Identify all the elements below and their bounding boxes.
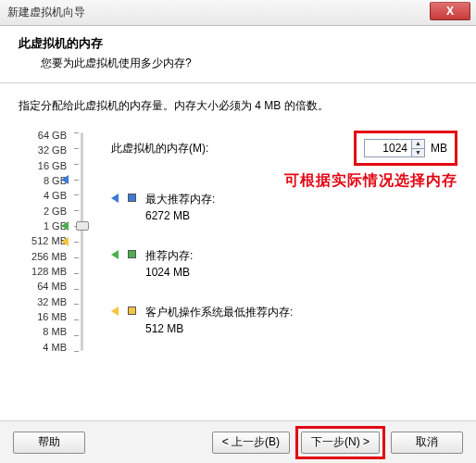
scale-label: 4 MB: [31, 343, 67, 353]
memory-spinner[interactable]: ▲ ▼: [412, 139, 425, 157]
scale-label: 16 MB: [31, 312, 67, 322]
max-recommendation: 最大推荐内存: 6272 MB: [111, 192, 457, 222]
triangle-left-icon: [111, 194, 119, 203]
max-marker-icon: [61, 175, 69, 184]
rec-value: 1024 MB: [145, 266, 193, 279]
square-icon: [128, 307, 136, 315]
square-icon: [128, 194, 136, 202]
triangle-left-icon: [111, 250, 119, 259]
memory-scale: 64 GB32 GB16 GB8 GB4 GB2 GB1 GB512 MB256…: [19, 131, 85, 353]
memory-slider[interactable]: [72, 131, 85, 353]
memory-unit: MB: [431, 142, 447, 155]
title-bar: 新建虚拟机向导 X: [0, 0, 476, 26]
scale-label: 64 MB: [31, 282, 67, 292]
spinner-up-icon[interactable]: ▲: [412, 140, 424, 149]
min-marker-icon: [61, 237, 69, 246]
max-label: 最大推荐内存:: [145, 192, 215, 207]
help-button[interactable]: 帮助: [13, 432, 85, 454]
next-highlight: 下一步(N) >: [295, 426, 385, 459]
wizard-content: 指定分配给此虚拟机的内存量。内存大小必须为 4 MB 的倍数。 64 GB32 …: [0, 83, 476, 444]
instruction-text: 指定分配给此虚拟机的内存量。内存大小必须为 4 MB 的倍数。: [19, 98, 457, 114]
scale-label: 32 GB: [31, 145, 67, 156]
scale-label: 256 MB: [31, 252, 67, 262]
scale-label: 32 MB: [31, 297, 67, 307]
square-icon: [128, 250, 136, 258]
scale-label: 128 MB: [31, 267, 67, 277]
back-button[interactable]: < 上一步(B): [212, 432, 290, 454]
window-title: 新建虚拟机向导: [7, 5, 85, 20]
min-value: 512 MB: [145, 322, 293, 335]
page-title: 此虚拟机的内存: [19, 35, 457, 52]
triangle-left-icon: [111, 307, 119, 316]
memory-input[interactable]: [364, 139, 412, 157]
scale-label: 64 GB: [31, 131, 67, 141]
page-subtitle: 您要为此虚拟机使用多少内存?: [41, 56, 457, 71]
min-recommendation: 客户机操作系统最低推荐内存: 512 MB: [111, 305, 457, 335]
wizard-header: 此虚拟机的内存 您要为此虚拟机使用多少内存?: [0, 26, 476, 83]
scale-label: 8 MB: [31, 327, 67, 337]
rec-recommendation: 推荐内存: 1024 MB: [111, 248, 457, 279]
max-value: 6272 MB: [145, 209, 215, 222]
scale-label: 4 GB: [31, 191, 67, 201]
rec-marker-icon: [61, 221, 69, 231]
annotation-text: 可根据实际情况选择内存: [284, 171, 457, 191]
next-button[interactable]: 下一步(N) >: [301, 432, 380, 454]
wizard-footer: 帮助 < 上一步(B) 下一步(N) > 取消: [0, 420, 476, 463]
memory-input-group: ▲ ▼ MB: [354, 131, 457, 166]
spinner-down-icon[interactable]: ▼: [412, 149, 424, 157]
cancel-button[interactable]: 取消: [391, 432, 463, 454]
close-button[interactable]: X: [430, 2, 470, 20]
min-label: 客户机操作系统最低推荐内存:: [145, 305, 293, 320]
memory-label: 此虚拟机的内存(M):: [111, 141, 208, 156]
scale-label: 2 GB: [31, 206, 67, 217]
scale-label: 16 GB: [31, 161, 67, 171]
rec-label: 推荐内存:: [145, 248, 193, 264]
